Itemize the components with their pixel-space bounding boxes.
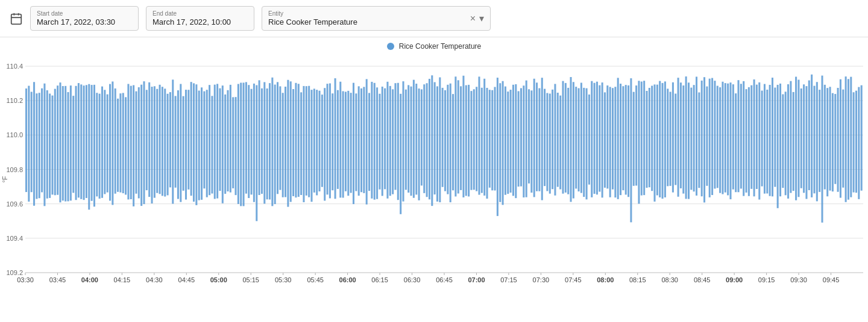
svg-rect-125: [169, 92, 171, 187]
svg-rect-120: [156, 89, 158, 193]
svg-rect-389: [861, 85, 863, 191]
svg-rect-174: [298, 84, 300, 197]
svg-rect-385: [850, 77, 852, 197]
svg-rect-150: [235, 97, 237, 195]
start-date-field[interactable]: Start date March 17, 2022, 03:30: [30, 6, 139, 31]
svg-rect-197: [358, 86, 360, 196]
svg-rect-256: [512, 85, 514, 196]
svg-rect-115: [143, 81, 145, 204]
svg-rect-260: [523, 85, 524, 197]
svg-rect-98: [99, 94, 101, 199]
svg-rect-179: [310, 90, 312, 202]
svg-rect-101: [107, 94, 108, 193]
svg-rect-81: [54, 89, 56, 196]
svg-rect-257: [515, 84, 517, 198]
svg-rect-169: [285, 87, 286, 197]
entity-field-inner: Entity Rice Cooker Temperature: [268, 10, 357, 26]
svg-rect-316: [670, 92, 671, 186]
svg-text:08:15: 08:15: [629, 276, 646, 283]
svg-rect-320: [680, 82, 682, 188]
svg-rect-221: [421, 89, 423, 185]
svg-rect-177: [306, 86, 307, 196]
svg-rect-276: [565, 83, 567, 193]
svg-rect-368: [805, 86, 807, 199]
svg-rect-322: [685, 76, 687, 199]
svg-rect-250: [497, 78, 498, 216]
svg-rect-379: [834, 94, 836, 184]
svg-rect-296: [617, 78, 619, 199]
svg-rect-281: [578, 88, 580, 192]
svg-rect-278: [570, 77, 572, 202]
svg-rect-153: [243, 82, 245, 206]
svg-text:04:00: 04:00: [81, 276, 98, 283]
svg-rect-176: [303, 86, 304, 202]
svg-rect-319: [678, 78, 679, 197]
svg-rect-100: [104, 90, 105, 194]
svg-rect-227: [436, 86, 438, 201]
entity-label: Entity: [268, 10, 357, 17]
end-date-field[interactable]: End date March 17, 2022, 10:00: [146, 6, 254, 31]
svg-rect-273: [557, 93, 559, 187]
svg-rect-305: [641, 81, 643, 195]
svg-rect-307: [646, 91, 647, 188]
svg-rect-131: [185, 90, 187, 199]
svg-rect-294: [612, 88, 614, 189]
svg-rect-201: [368, 93, 370, 191]
svg-rect-187: [332, 93, 333, 190]
svg-rect-183: [321, 94, 323, 187]
svg-rect-388: [858, 87, 860, 199]
svg-text:05:00: 05:00: [210, 276, 227, 283]
svg-rect-114: [140, 85, 142, 206]
svg-rect-309: [651, 85, 653, 191]
svg-rect-314: [664, 81, 666, 197]
svg-text:03:30: 03:30: [17, 276, 34, 283]
clear-icon[interactable]: ×: [470, 13, 476, 24]
svg-rect-225: [431, 75, 433, 206]
svg-rect-132: [187, 90, 189, 190]
svg-rect-92: [83, 85, 85, 200]
svg-rect-124: [167, 94, 169, 196]
svg-rect-133: [190, 82, 192, 196]
svg-rect-370: [811, 75, 813, 197]
svg-rect-91: [80, 84, 82, 199]
svg-rect-152: [240, 82, 242, 206]
svg-rect-369: [808, 81, 810, 190]
svg-rect-350: [758, 82, 760, 200]
chart-container: °F 110.4110.2110.0109.8109.6109.4109.203…: [0, 53, 868, 305]
svg-rect-119: [154, 86, 156, 197]
svg-rect-210: [392, 89, 394, 194]
entity-field[interactable]: Entity Rice Cooker Temperature × ▾: [262, 6, 491, 31]
svg-rect-207: [384, 88, 386, 190]
svg-rect-71: [28, 86, 30, 202]
svg-text:110.0: 110.0: [6, 131, 23, 138]
svg-rect-249: [494, 87, 496, 190]
svg-rect-226: [434, 82, 436, 194]
svg-rect-337: [725, 83, 726, 193]
svg-rect-117: [148, 82, 150, 197]
dropdown-icon[interactable]: ▾: [479, 13, 484, 24]
svg-rect-293: [609, 87, 611, 197]
svg-rect-191: [342, 91, 344, 198]
svg-rect-194: [350, 93, 352, 193]
svg-rect-382: [842, 90, 844, 188]
svg-rect-224: [429, 79, 430, 199]
svg-rect-287: [594, 83, 596, 194]
svg-rect-219: [415, 84, 417, 194]
svg-rect-365: [797, 79, 799, 197]
svg-rect-184: [324, 88, 326, 200]
svg-rect-387: [855, 91, 857, 193]
svg-rect-146: [224, 94, 226, 194]
svg-rect-109: [127, 84, 129, 199]
svg-text:07:15: 07:15: [500, 276, 517, 283]
svg-rect-237: [462, 76, 464, 197]
svg-rect-357: [777, 85, 779, 208]
svg-text:06:45: 06:45: [436, 276, 453, 283]
svg-rect-0: [11, 14, 22, 23]
svg-rect-267: [541, 78, 543, 200]
svg-rect-111: [133, 85, 134, 206]
svg-rect-310: [654, 84, 656, 202]
svg-rect-326: [696, 76, 697, 195]
svg-rect-252: [502, 81, 504, 205]
svg-rect-364: [795, 76, 797, 200]
svg-rect-244: [481, 88, 483, 193]
